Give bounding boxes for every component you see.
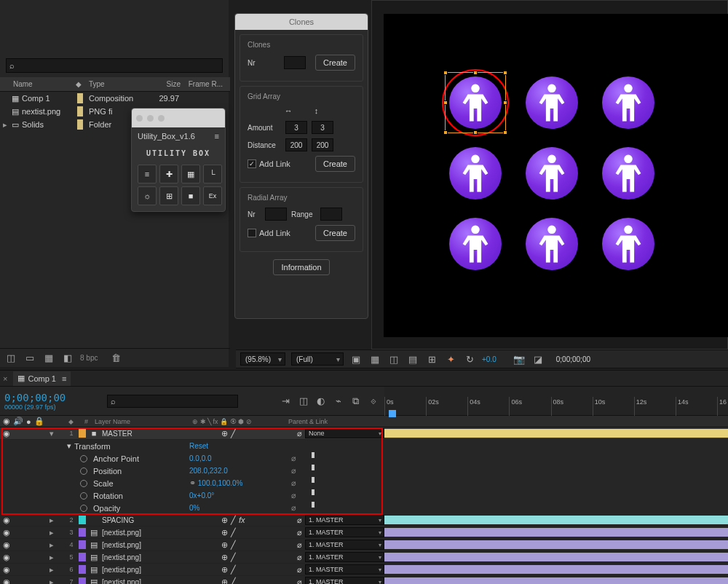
radial-range-input[interactable]	[320, 208, 342, 221]
audio-slot[interactable]	[13, 429, 26, 438]
ex-button[interactable]: Ex	[203, 186, 222, 205]
shy-icon[interactable]: ⇥	[280, 395, 293, 407]
prop-track[interactable]	[307, 452, 728, 465]
parent-dropdown[interactable]: 1. MASTER	[305, 552, 384, 562]
footer-timecode[interactable]: 0;00;00;00	[556, 355, 590, 363]
stopwatch-icon[interactable]	[80, 455, 87, 462]
sun-button[interactable]: ☼	[138, 186, 157, 205]
property-row[interactable]: Anchor Point 0.0,0.0 ⌀	[0, 452, 728, 465]
panel-titlebar[interactable]	[132, 108, 225, 127]
audio-slot[interactable]	[13, 540, 26, 550]
plus-button[interactable]: ✚	[159, 165, 178, 184]
layer-instance[interactable]	[602, 218, 654, 270]
max-dot-icon[interactable]	[158, 115, 165, 122]
twirly-icon[interactable]: ▸	[48, 553, 55, 562]
collapse-icon[interactable]: ⊕	[221, 516, 228, 525]
layer-row[interactable]: ◉ ▸ 3 ▤ [nextist.png] ⊕ ╱ ⌀ 1. MASTER	[0, 526, 728, 539]
quality-icon[interactable]: ╱	[231, 553, 236, 562]
label-swatch[interactable]	[79, 516, 86, 524]
property-value[interactable]: ⚭ 100.0,100.0%	[189, 478, 291, 488]
collapse-icon[interactable]: ⊕	[221, 577, 228, 585]
label-swatch[interactable]	[79, 540, 86, 549]
pickwhip-icon[interactable]: ⌀	[297, 516, 302, 525]
label-swatch[interactable]	[79, 565, 86, 574]
clones-nr-input[interactable]	[284, 56, 306, 69]
layer-row[interactable]: ◉ ▸ 4 ▤ [nextist.png] ⊕ ╱ ⌀ 1. MASTER	[0, 539, 728, 551]
folder-icon[interactable]: ▭	[23, 352, 36, 364]
expression-pickwhip-icon[interactable]: ⌀	[291, 503, 307, 513]
stopwatch-icon[interactable]	[80, 480, 87, 487]
layer-instance[interactable]	[602, 76, 654, 129]
pickwhip-icon[interactable]: ⌀	[297, 565, 302, 575]
layer-instance[interactable]	[449, 218, 502, 270]
parent-dropdown[interactable]: 1. MASTER	[305, 577, 384, 584]
twirly-icon[interactable]: ▸	[48, 528, 55, 537]
expression-pickwhip-icon[interactable]: ⌀	[291, 478, 307, 488]
label-swatch[interactable]	[79, 528, 86, 537]
audio-icon[interactable]: 🔊	[13, 417, 23, 426]
pickwhip-icon[interactable]: ⌀	[297, 540, 302, 550]
eye-icon[interactable]: ◉	[0, 565, 13, 575]
trash-icon[interactable]: 🗑	[109, 352, 122, 364]
timeline-tab[interactable]: ▦ Comp 1 ≡	[13, 371, 71, 386]
quality-icon[interactable]: ╱	[231, 540, 236, 550]
guides-icon[interactable]: ▤	[406, 353, 419, 365]
pickwhip-icon[interactable]: ⌀	[297, 429, 302, 438]
time-ruler[interactable]: 0s 02s 04s 06s 08s 10s 12s 14s 16	[384, 387, 728, 415]
clones-panel-title[interactable]: Clones	[235, 14, 368, 30]
snap-icon[interactable]: ⧉	[349, 395, 363, 407]
parent-dropdown[interactable]: 1. MASTER	[305, 527, 384, 537]
layer-track[interactable]	[384, 427, 728, 439]
layer-row[interactable]: ◉ ▸ 6 ▤ [nextist.png] ⊕ ╱ ⌀ 1. MASTER	[0, 564, 728, 576]
solo-slot[interactable]	[26, 429, 39, 438]
col-tag-icon[interactable]: ◆	[76, 80, 89, 88]
quad-button[interactable]: ⊞	[159, 186, 178, 205]
lock-icon[interactable]: 🔒	[34, 417, 44, 426]
collapse-icon[interactable]: ⊕	[221, 553, 228, 562]
eye-icon[interactable]: ◉	[0, 540, 13, 550]
layer-track[interactable]	[384, 564, 728, 575]
label-swatch[interactable]	[79, 553, 86, 561]
prop-track[interactable]	[307, 465, 728, 477]
layer-row[interactable]: ◉ ▸ 2 SPACING ⊕ ╱ fx ⌀ 1. MASTER	[0, 514, 728, 526]
markers-icon[interactable]: ⟐	[367, 395, 380, 407]
eye-icon[interactable]: ◉	[0, 528, 13, 537]
layer-name[interactable]: MASTER	[100, 430, 217, 438]
twirly-icon[interactable]: ▾	[48, 429, 55, 438]
parent-dropdown[interactable]: 1. MASTER	[305, 540, 384, 550]
show-snapshot-icon[interactable]: ◪	[531, 353, 545, 365]
label-swatch[interactable]	[79, 577, 86, 584]
eye-icon[interactable]: ◉	[0, 577, 13, 585]
quality-icon[interactable]: ╱	[231, 577, 236, 585]
zoom-dropdown[interactable]: (95.8%)	[240, 352, 285, 366]
solo-slot[interactable]	[26, 528, 39, 537]
audio-slot[interactable]	[13, 516, 26, 525]
layer-name[interactable]: [nextist.png]	[100, 541, 217, 549]
new-comp-icon[interactable]: ▦	[42, 352, 55, 364]
layer-row[interactable]: ◉ ▸ 7 ▤ [nextist.png] ⊕ ╱ ⌀ 1. MASTER	[0, 576, 728, 584]
align-button[interactable]: ≡	[138, 165, 157, 184]
label-swatch[interactable]	[77, 106, 83, 117]
layer-name[interactable]: [nextist.png]	[100, 553, 217, 561]
motion-blur-icon[interactable]: ◐	[314, 395, 328, 407]
layer-instance[interactable]	[526, 218, 578, 270]
quality-icon[interactable]: ╱	[231, 516, 236, 525]
parent-dropdown[interactable]: 1. MASTER	[305, 564, 384, 575]
twirly-icon[interactable]: ▸	[48, 565, 55, 575]
layer-track[interactable]	[384, 514, 728, 526]
expression-pickwhip-icon[interactable]: ⌀	[291, 491, 307, 500]
label-swatch[interactable]	[77, 93, 83, 103]
layer-track[interactable]	[384, 526, 728, 538]
stopwatch-icon[interactable]	[80, 505, 87, 512]
transparency-icon[interactable]: ▦	[368, 353, 381, 365]
pickwhip-icon[interactable]: ⌀	[297, 553, 302, 562]
audio-slot[interactable]	[13, 577, 26, 585]
col-type[interactable]: Type	[89, 80, 150, 88]
prop-track[interactable]	[307, 502, 728, 514]
col-framerate[interactable]: Frame R...	[181, 80, 223, 88]
settings-icon[interactable]: ◧	[61, 352, 74, 364]
close-dot-icon[interactable]	[136, 115, 143, 122]
layer-name[interactable]: [nextist.png]	[100, 529, 217, 537]
stopwatch-icon[interactable]	[80, 492, 87, 500]
expression-pickwhip-icon[interactable]: ⌀	[291, 454, 307, 463]
